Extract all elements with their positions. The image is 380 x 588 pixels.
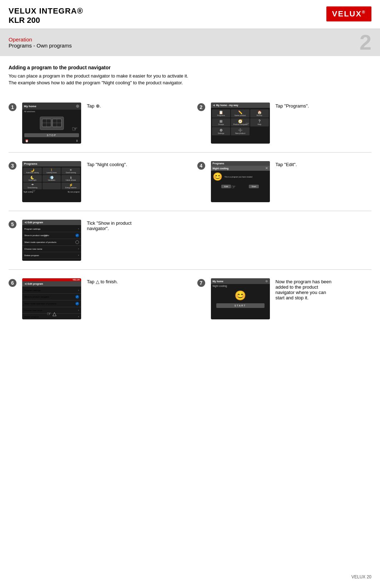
section-number: 2 (360, 32, 371, 53)
section-header: Operation Programs - Own programs 2 (0, 29, 380, 56)
page-header: VELUX INTEGRA® KLR 200 VELUX® (0, 0, 380, 29)
step-7-screen: My home ⊕ Night cooling 😊 START (211, 278, 270, 319)
step-7-group: 7 My home ⊕ Night cooling 😊 START Now th… (197, 278, 372, 319)
step-4-group: 4 Programs Night cooling ✕ 😊 This is a p… (197, 161, 372, 202)
step-5-instruction: Tick "Show in product navigator". (87, 220, 144, 231)
step-5-screen: ◀ Edit program Program settings › Show i… (22, 220, 81, 261)
screen-4-content: Programs Night cooling ✕ 😊 This is a pro… (211, 161, 270, 202)
step-7-instruction: Now the program has been added to the pr… (276, 278, 333, 300)
step-6-screen: VELUX ◀ Edit program Program settings › (22, 278, 81, 319)
step-2-group: 2 ◀ My home - my way 📋 Programs ✏️ (197, 103, 372, 144)
screen-5-content: ◀ Edit program Program settings › Show i… (22, 220, 81, 261)
step-3-group: 3 Programs 🌙Automatic closing 🚶Leaving h… (9, 161, 183, 202)
screen1-window-icon (39, 116, 64, 130)
step-2-screen: ◀ My home - my way 📋 Programs ✏️ Name pr… (211, 103, 270, 144)
step-6-instruction: Tap △ to finish. (87, 278, 118, 284)
adding-title: Adding a program to the product navigato… (9, 65, 371, 70)
step-4-screen: Programs Night cooling ✕ 😊 This is a pro… (211, 161, 270, 202)
adding-desc2: The example shows how to add the program… (9, 80, 371, 85)
step-5-badge: 5 (9, 220, 16, 228)
step-4-badge: 4 (197, 162, 205, 170)
step-1-instruction: Tap ⊕. (87, 103, 101, 109)
main-content: Adding a program to the product navigato… (0, 56, 380, 85)
step-1-screen: My home ⊕ All windows (22, 103, 81, 144)
section-header-left: Operation Programs - Own programs (9, 36, 72, 49)
step-1-group: 1 My home ⊕ All windows (9, 103, 183, 144)
steps-row-3: 5 ◀ Edit program Program settings › Show… (9, 211, 371, 270)
step-6-group: 6 VELUX ◀ Edit program Program settings … (9, 278, 183, 319)
adding-desc1: You can place a program in the product n… (9, 73, 371, 79)
step-6-badge: 6 (9, 279, 16, 287)
step-5-group: 5 ◀ Edit program Program settings › Show… (9, 220, 183, 261)
steps-row-2: 3 Programs 🌙Automatic closing 🚶Leaving h… (9, 153, 371, 211)
document-title: VELUX INTEGRA® KLR 200 (9, 6, 83, 25)
steps-row-1: 1 My home ⊕ All windows (9, 94, 371, 153)
step-7-badge: 7 (197, 279, 205, 287)
screen-2-content: ◀ My home - my way 📋 Programs ✏️ Name pr… (211, 103, 270, 144)
screen-6-outer: VELUX ◀ Edit program Program settings › (22, 278, 81, 319)
step-2-instruction: Tap "Programs". (276, 103, 309, 109)
product-name-line2: KLR 200 (9, 16, 83, 25)
product-name-line1: VELUX INTEGRA® (9, 6, 83, 16)
screen-3-content: Programs 🌙Automatic closing 🚶Leaving hom… (22, 161, 81, 202)
step-3-badge: 3 (9, 162, 16, 170)
step-1-badge: 1 (9, 103, 16, 111)
screen-1-content: My home ⊕ All windows (22, 103, 81, 144)
section-title: Operation (9, 36, 72, 43)
section-subtitle: Programs - Own programs (9, 43, 72, 49)
velux-logo: VELUX® (326, 6, 371, 21)
screen-7-content: My home ⊕ Night cooling 😊 START (211, 278, 270, 319)
step-3-instruction: Tap "Night cooling". (87, 161, 127, 167)
step-4-instruction: Tap "Edit". (276, 161, 297, 167)
step-2-badge: 2 (197, 103, 205, 111)
page-footer: VELUX 20 (351, 574, 371, 579)
steps-row-4: 6 VELUX ◀ Edit program Program settings … (9, 270, 371, 328)
step-3-screen: Programs 🌙Automatic closing 🚶Leaving hom… (22, 161, 81, 202)
steps-section: 1 My home ⊕ All windows (0, 94, 380, 328)
